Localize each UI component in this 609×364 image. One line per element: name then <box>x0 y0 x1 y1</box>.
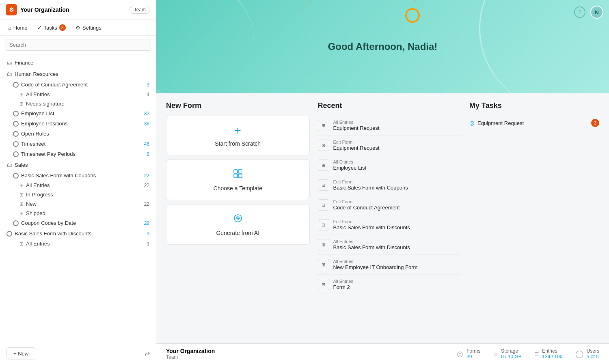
footer-team: Team <box>166 354 215 360</box>
content-area: New Form + Start from Scratch Choos <box>156 93 609 343</box>
top-right-actions: ? N <box>574 6 603 19</box>
hero-banner: Good Afternoon, Nadia! ? N <box>156 0 609 93</box>
sidebar-subitem-needs-signature[interactable]: ⊞ Needs signature <box>0 99 156 108</box>
sidebar-item-basic-sales-coupons[interactable]: Basic Sales Form with Coupons 22 <box>0 170 156 181</box>
hero-greeting: Good Afternoon, Nadia! <box>328 41 438 52</box>
stat-entries: ≡ Entries 134 / 10k <box>535 348 562 360</box>
recent-item-7[interactable]: ⊞ All Entries New Employee IT Onboarding… <box>318 255 462 275</box>
svg-rect-2 <box>234 174 238 178</box>
nav-tasks[interactable]: ✓ Tasks 3 <box>33 22 70 33</box>
circle-icon-ts <box>13 141 19 147</box>
bsc-all-count: 22 <box>144 183 149 188</box>
sidebar-subitem-shipped[interactable]: ⊞ Shipped <box>0 209 156 218</box>
recent-name-6: Basic Sales Form with Discounts <box>333 244 410 250</box>
employee-positions-label: Employee Positions <box>21 121 67 127</box>
choose-template-card[interactable]: Choose a Template <box>166 159 310 200</box>
recent-item-5[interactable]: ⊡ Edit Form Basic Sales Form with Discou… <box>318 215 462 235</box>
collapse-sidebar-button[interactable]: ⇄ <box>145 350 150 358</box>
circle-icon <box>13 82 19 88</box>
sidebar-section-basic-discounts[interactable]: Basic Sales Form with Discounts 3 <box>0 228 156 239</box>
sidebar-section-sales[interactable]: 🗂 Sales <box>0 159 156 170</box>
sidebar-item-open-roles[interactable]: Open Roles <box>0 129 156 139</box>
bsc-all-entries-label: All Entries <box>26 182 50 188</box>
recent-item-8-info: All Entries Form 2 <box>333 279 354 290</box>
recent-icon-edit-1: ⊡ <box>318 140 329 151</box>
circle-icon-cc <box>13 220 19 226</box>
sidebar-subitem-in-progress[interactable]: ⊞ In Progress <box>0 190 156 199</box>
recent-meta-4: Edit Form <box>333 199 400 204</box>
nav-settings-label: Settings <box>82 25 102 31</box>
basic-discounts-label: Basic Sales Form with Discounts <box>15 230 91 237</box>
content-grid: New Form + Start from Scratch Choos <box>166 101 599 294</box>
recent-title: Recent <box>318 101 462 110</box>
users-icon: ◯ <box>575 349 583 358</box>
sidebar-subitem-bsc-all-entries[interactable]: ⊞ All Entries 22 <box>0 181 156 190</box>
forms-stat-info: Forms 39 <box>466 348 480 360</box>
nav-tasks-label: Tasks <box>44 25 57 31</box>
forms-label: Forms <box>466 348 480 354</box>
search-input[interactable] <box>5 39 151 51</box>
all-entries-conduct-label: All Entries <box>26 91 50 97</box>
recent-item-6[interactable]: ⊞ All Entries Basic Sales Form with Disc… <box>318 235 462 255</box>
sidebar-item-code-of-conduct[interactable]: Code of Conduct Agreement 3 <box>0 80 156 90</box>
sidebar-item-timesheet-pay[interactable]: Timesheet Pay Periods 8 <box>0 149 156 159</box>
storage-value: 0 / 10 GB <box>501 354 522 360</box>
sidebar-subitem-new[interactable]: ⊞ New 22 <box>0 199 156 209</box>
svg-point-5 <box>237 218 239 219</box>
new-form-section: New Form + Start from Scratch Choos <box>166 101 310 245</box>
recent-item-2[interactable]: ⊞ All Entries Employee List <box>318 155 462 175</box>
all-entries-conduct-count: 4 <box>147 92 149 97</box>
timesheet-pay-label: Timesheet Pay Periods <box>21 151 76 157</box>
new-form-title: New Form <box>166 101 310 110</box>
needs-signature-label: Needs signature <box>26 101 65 107</box>
task-name-0: Equipment Request <box>477 120 524 126</box>
recent-item-1[interactable]: ⊡ Edit Form Equipment Request <box>318 136 462 155</box>
recent-item-3[interactable]: ⊡ Edit Form Basic Sales Form with Coupon… <box>318 175 462 195</box>
entries-icon: ≡ <box>535 350 539 358</box>
start-from-scratch-card[interactable]: + Start from Scratch <box>166 116 310 155</box>
my-tasks-title: My Tasks <box>469 101 599 110</box>
bd-all-count: 3 <box>147 241 149 247</box>
footer-org-info: Your Organization Team <box>166 348 215 360</box>
sidebar-section-finance[interactable]: 🗂 Finance <box>0 57 156 68</box>
sidebar-item-employee-positions[interactable]: Employee Positions 36 <box>0 118 156 129</box>
sidebar-subitem-bd-all-entries[interactable]: ⊞ All Entries 3 <box>0 239 156 248</box>
task-badge-0: 3 <box>591 119 599 127</box>
settings-icon: ⚙ <box>76 25 80 31</box>
grid-icon-shipped: ⊞ <box>19 211 24 216</box>
sidebar-subitem-all-entries-conduct[interactable]: ⊞ All Entries 4 <box>0 90 156 99</box>
new-count: 22 <box>144 201 149 207</box>
user-avatar[interactable]: N <box>590 6 603 19</box>
recent-icon-edit-4: ⊡ <box>318 199 329 211</box>
generate-ai-card[interactable]: Generate from AI <box>166 204 310 245</box>
new-button[interactable]: + New <box>6 347 35 360</box>
sidebar-item-timesheet[interactable]: Timesheet 46 <box>0 139 156 149</box>
task-item-0[interactable]: ◎ Equipment Request 3 <box>469 116 599 130</box>
forms-value: 39 <box>466 354 480 360</box>
nav-settings[interactable]: ⚙ Settings <box>71 23 106 33</box>
entries-label: Entries <box>542 348 562 354</box>
recent-name-0: Equipment Request <box>333 125 380 131</box>
generate-ai-label: Generate from AI <box>173 230 303 236</box>
sidebar-content: 🗂 Finance 🗂 Human Resources Code of Cond… <box>0 54 156 364</box>
nav-home[interactable]: ⌂ Home <box>4 23 32 33</box>
sidebar-item-coupon-codes[interactable]: Coupon Codes by Date 29 <box>0 218 156 228</box>
help-button[interactable]: ? <box>574 6 585 18</box>
start-scratch-label: Start from Scratch <box>173 140 303 147</box>
finance-label: Finance <box>15 60 33 66</box>
grid-icon-new: ⊞ <box>19 201 24 207</box>
svg-rect-0 <box>234 170 238 173</box>
basic-discounts-count: 3 <box>147 231 149 237</box>
recent-item-7-info: All Entries New Employee IT Onboarding F… <box>333 259 418 270</box>
tasks-check-icon: ✓ <box>37 25 42 31</box>
recent-item-8[interactable]: ⊟ All Entries Form 2 <box>318 275 462 294</box>
choose-template-label: Choose a Template <box>173 185 303 192</box>
sidebar-footer: + New ⇄ <box>0 343 156 364</box>
recent-item-4[interactable]: ⊡ Edit Form Code of Conduct Agreement <box>318 195 462 215</box>
circle-icon-tsp <box>13 151 19 157</box>
sidebar-item-employee-list[interactable]: Employee List 32 <box>0 108 156 118</box>
grid-icon-sig: ⊞ <box>19 101 24 107</box>
recent-name-8: Form 2 <box>333 284 354 290</box>
sidebar-section-hr[interactable]: 🗂 Human Resources <box>0 68 156 80</box>
recent-item-0[interactable]: ⊞ All Entries Equipment Request <box>318 116 462 136</box>
